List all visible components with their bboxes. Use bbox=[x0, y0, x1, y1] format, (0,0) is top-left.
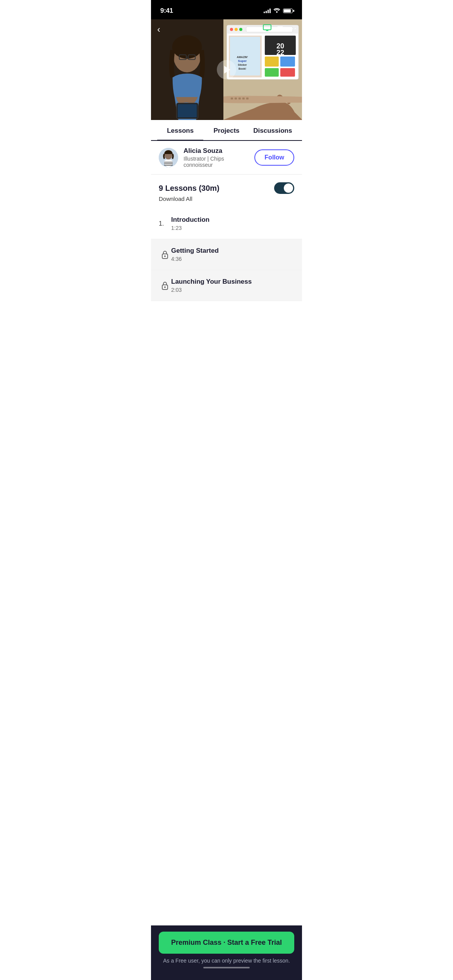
svg-rect-31 bbox=[239, 98, 241, 99]
lessons-info: 9 Lessons (30m) Download All bbox=[151, 175, 302, 208]
svg-rect-34 bbox=[263, 25, 271, 30]
lock-icon-2 bbox=[159, 250, 171, 259]
download-toggle[interactable] bbox=[274, 182, 294, 194]
author-name: Alicia Souza bbox=[184, 147, 254, 155]
svg-point-0 bbox=[276, 11, 278, 13]
tab-discussions[interactable]: Discussions bbox=[250, 120, 296, 140]
airplay-icon[interactable] bbox=[263, 24, 271, 33]
more-options-icon[interactable]: ··· bbox=[289, 25, 297, 32]
svg-point-12 bbox=[230, 28, 233, 31]
svg-text:Sticker: Sticker bbox=[238, 63, 247, 66]
status-icons bbox=[264, 8, 293, 14]
lock-icon-3 bbox=[159, 281, 171, 290]
wifi-icon bbox=[273, 8, 280, 14]
bookmark-icon[interactable]: ⊠ bbox=[277, 24, 283, 33]
lesson-title-3: Launching Your Business bbox=[171, 278, 294, 286]
lesson-details-3: Launching Your Business 2:03 bbox=[171, 278, 294, 293]
svg-point-14 bbox=[239, 28, 242, 31]
video-top-icons: ⊠ ··· bbox=[263, 24, 297, 33]
svg-rect-29 bbox=[231, 98, 233, 99]
svg-rect-32 bbox=[242, 98, 245, 99]
back-button[interactable]: ‹ bbox=[157, 24, 160, 35]
tabs-nav: Lessons Projects Discussions bbox=[151, 120, 302, 141]
svg-text:AMAZIN': AMAZIN' bbox=[237, 56, 248, 58]
lesson-item-1[interactable]: 1. Introduction 1:23 bbox=[151, 208, 302, 239]
svg-rect-8 bbox=[178, 104, 197, 117]
svg-point-3 bbox=[172, 35, 202, 59]
video-section[interactable]: AMAZIN' Super Sticker Book! 20 22 bbox=[151, 19, 302, 120]
lesson-duration-2: 4:36 bbox=[171, 256, 294, 262]
lessons-title: 9 Lessons (30m) bbox=[159, 184, 220, 193]
svg-rect-25 bbox=[265, 57, 279, 67]
tab-projects[interactable]: Projects bbox=[203, 120, 249, 140]
signal-icon bbox=[264, 9, 271, 13]
svg-rect-26 bbox=[280, 57, 295, 67]
download-all-label: Download All bbox=[159, 195, 294, 202]
svg-point-13 bbox=[235, 28, 238, 31]
svg-text:22: 22 bbox=[276, 49, 284, 57]
play-triangle-icon bbox=[224, 66, 230, 74]
lesson-number-1: 1. bbox=[159, 220, 171, 227]
lesson-title-1: Introduction bbox=[171, 216, 294, 224]
svg-rect-28 bbox=[280, 68, 295, 77]
play-button[interactable] bbox=[217, 60, 236, 79]
avatar bbox=[159, 148, 178, 167]
lesson-details-2: Getting Started 4:36 bbox=[171, 247, 294, 262]
toggle-switch[interactable] bbox=[274, 182, 294, 194]
lesson-item-2: Getting Started 4:36 bbox=[151, 239, 302, 270]
author-section: Alicia Souza Illustrator | Chips connois… bbox=[151, 141, 302, 175]
follow-button[interactable]: Follow bbox=[254, 149, 294, 166]
toggle-knob bbox=[284, 183, 293, 193]
svg-rect-33 bbox=[246, 98, 249, 99]
svg-text:Super: Super bbox=[238, 59, 247, 63]
svg-text:Book!: Book! bbox=[239, 67, 246, 70]
status-time: 9:41 bbox=[160, 7, 173, 15]
lesson-duration-1: 1:23 bbox=[171, 225, 294, 231]
author-bio: Illustrator | Chips connoisseur bbox=[184, 156, 254, 168]
tab-lessons[interactable]: Lessons bbox=[157, 120, 203, 140]
status-bar: 9:41 bbox=[151, 0, 302, 19]
svg-point-43 bbox=[164, 286, 166, 288]
lesson-title-2: Getting Started bbox=[171, 247, 294, 255]
svg-rect-30 bbox=[235, 98, 237, 99]
author-info: Alicia Souza Illustrator | Chips connois… bbox=[184, 147, 254, 168]
lesson-details-1: Introduction 1:23 bbox=[171, 216, 294, 231]
lesson-item-3: Launching Your Business 2:03 bbox=[151, 270, 302, 301]
svg-point-41 bbox=[164, 255, 166, 257]
battery-icon bbox=[283, 9, 293, 13]
video-left-panel bbox=[151, 19, 223, 120]
svg-rect-27 bbox=[265, 68, 279, 77]
lesson-duration-3: 2:03 bbox=[171, 287, 294, 293]
